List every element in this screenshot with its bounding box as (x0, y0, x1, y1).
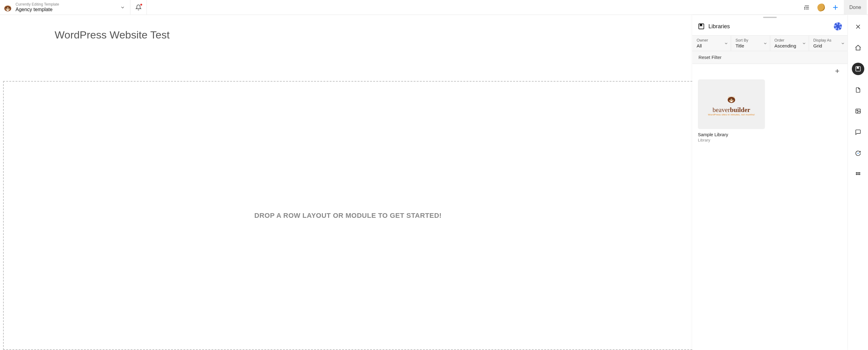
topbar-title-area: Currently Editing Template Agency templa… (0, 0, 130, 14)
filter-order[interactable]: Order Ascending (770, 36, 809, 51)
chevron-down-icon (802, 41, 806, 45)
done-button[interactable]: Done (844, 0, 867, 15)
beaver-logo-icon (2, 2, 13, 13)
bookmark-box-icon (698, 23, 705, 30)
filter-value: Ascending (775, 43, 804, 49)
svg-point-3 (9, 7, 10, 8)
home-icon (855, 44, 862, 51)
page-icon (855, 87, 861, 93)
svg-point-28 (859, 172, 860, 173)
bookmark-box-icon (855, 66, 861, 72)
reset-row: Reset Filter (692, 51, 847, 64)
drop-zone[interactable]: DROP A ROW LAYOUT OR MODULE TO GET START… (3, 81, 692, 350)
workspace: WordPress Website Test DROP A ROW LAYOUT… (0, 15, 868, 350)
right-rail (847, 15, 868, 350)
svg-point-26 (856, 172, 857, 173)
reset-filter-button[interactable]: Reset Filter (692, 51, 728, 64)
svg-point-2 (6, 7, 7, 8)
library-card[interactable]: beaverbuilder WordPress sites in minutes… (698, 79, 765, 142)
svg-point-8 (804, 7, 805, 8)
loading-spinner-icon (834, 22, 842, 30)
topbar: Currently Editing Template Agency templa… (0, 0, 868, 15)
svg-rect-19 (731, 101, 732, 102)
title-dropdown-button[interactable] (118, 3, 127, 12)
cookie-icon (816, 3, 826, 12)
filter-label: Owner (696, 38, 726, 42)
library-type: Library (698, 138, 765, 142)
rail-library-button[interactable] (852, 63, 864, 75)
canvas: WordPress Website Test DROP A ROW LAYOUT… (0, 15, 692, 350)
filter-label: Display As (813, 38, 843, 42)
add-content-button[interactable] (830, 2, 841, 13)
filter-sort-by[interactable]: Sort By Title (731, 36, 770, 51)
close-icon (855, 24, 861, 30)
add-library-button[interactable] (833, 66, 842, 76)
rail-close-button[interactable] (852, 21, 864, 33)
svg-rect-4 (7, 9, 8, 10)
filter-value: All (696, 43, 726, 49)
template-title: Agency template (16, 6, 116, 12)
drop-zone-label: DROP A ROW LAYOUT OR MODULE TO GET START… (254, 212, 441, 220)
filter-label: Order (775, 38, 804, 42)
chevron-down-icon (841, 41, 845, 45)
plus-icon (832, 4, 839, 11)
svg-point-30 (858, 174, 858, 175)
svg-point-18 (732, 99, 734, 100)
chevron-down-icon (724, 41, 728, 45)
filter-bar: Owner All Sort By Title Order Ascending … (692, 35, 847, 51)
beaver-mascot-icon (725, 92, 738, 105)
svg-point-29 (856, 174, 857, 175)
svg-point-27 (858, 172, 858, 173)
title-block: Currently Editing Template Agency templa… (16, 2, 116, 13)
svg-point-17 (730, 99, 731, 100)
notification-dot-icon (140, 4, 142, 6)
chevron-down-icon (120, 5, 125, 10)
sync-icon (855, 150, 861, 156)
editing-eyebrow: Currently Editing Template (16, 2, 116, 6)
filter-owner[interactable]: Owner All (692, 36, 731, 51)
thumb-tagline: WordPress sites in minutes, not months! (708, 113, 755, 116)
rail-page-button[interactable] (852, 84, 864, 96)
filter-label: Sort By (736, 38, 765, 42)
svg-point-31 (859, 174, 860, 175)
rail-comment-button[interactable] (852, 126, 864, 138)
library-grid: beaverbuilder WordPress sites in minutes… (698, 79, 842, 142)
outline-button[interactable] (801, 2, 813, 13)
plus-icon (834, 68, 840, 74)
outline-icon (804, 4, 810, 10)
filter-value: Title (736, 43, 765, 49)
rail-home-button[interactable] (852, 41, 864, 54)
panel-title: Libraries (708, 23, 830, 30)
library-thumbnail: beaverbuilder WordPress sites in minutes… (698, 79, 765, 129)
library-name: Sample Library (698, 132, 765, 137)
svg-point-25 (858, 153, 858, 154)
thumb-brand: beaverbuilder (712, 106, 750, 114)
svg-point-9 (804, 9, 805, 9)
grid-dots-icon (855, 171, 861, 178)
filter-display-as[interactable]: Display As Grid (809, 36, 847, 51)
svg-point-24 (857, 110, 858, 111)
comment-icon (855, 129, 861, 135)
panel-drag-handle[interactable] (763, 17, 777, 18)
filter-value: Grid (813, 43, 843, 49)
libraries-panel: Libraries Owner All Sort By Title Order … (692, 15, 847, 350)
notifications-area (130, 0, 147, 14)
rail-sync-button[interactable] (852, 147, 864, 159)
chevron-down-icon (763, 41, 767, 45)
topbar-actions: Done (801, 0, 868, 14)
rail-image-button[interactable] (852, 105, 864, 117)
cookie-button[interactable] (815, 2, 827, 13)
panel-body: beaverbuilder WordPress sites in minutes… (692, 64, 847, 350)
rail-apps-button[interactable] (852, 168, 864, 181)
notifications-button[interactable] (135, 4, 142, 10)
site-title: WordPress Website Test (0, 15, 692, 42)
image-icon (855, 108, 861, 114)
